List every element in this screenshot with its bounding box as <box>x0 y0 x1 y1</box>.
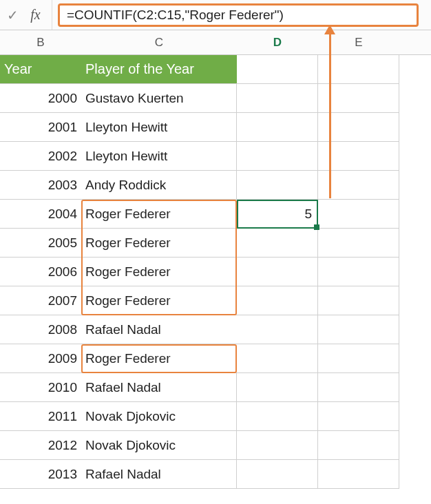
cell-year[interactable]: 2009 <box>0 344 81 373</box>
cell-empty[interactable] <box>318 84 399 113</box>
formula-bar: ✓ fx =COUNTIF(C2:C15,"Roger Federer") <box>0 0 431 30</box>
cell-player[interactable]: Lleyton Hewitt <box>81 142 237 171</box>
cell-empty[interactable] <box>318 113 399 142</box>
table-row: 2008 Rafael Nadal <box>0 315 431 344</box>
table-row: 2009 Roger Federer <box>0 344 431 373</box>
cell-empty[interactable] <box>237 258 318 286</box>
cell-E1[interactable] <box>318 55 399 84</box>
cell-empty[interactable] <box>318 286 399 315</box>
cell-empty[interactable] <box>318 258 399 286</box>
cell-empty[interactable] <box>318 431 399 460</box>
table-row: 2002 Lleyton Hewitt <box>0 142 431 171</box>
cell-empty[interactable] <box>237 229 318 258</box>
table-row: 2001 Lleyton Hewitt <box>0 113 431 142</box>
fx-icon[interactable]: fx <box>19 0 52 30</box>
cell-year[interactable]: 2012 <box>0 431 81 460</box>
cell-empty[interactable] <box>318 171 399 200</box>
cell-empty[interactable] <box>318 142 399 171</box>
cell-empty[interactable] <box>237 286 318 315</box>
cell-empty[interactable] <box>318 373 399 402</box>
cell-player[interactable]: Roger Federer <box>81 229 237 258</box>
table-row: 2000 Gustavo Kuerten <box>0 84 431 113</box>
cell-empty[interactable] <box>237 315 318 344</box>
cell-empty[interactable] <box>318 402 399 431</box>
cell-result[interactable]: 5 <box>237 200 318 229</box>
cell-year[interactable]: 2013 <box>0 460 81 489</box>
cell-year[interactable]: 2008 <box>0 315 81 344</box>
header-year[interactable]: Year <box>0 55 81 84</box>
table-row: 2013 Rafael Nadal <box>0 460 431 489</box>
table-row: 2006 Roger Federer <box>0 258 431 286</box>
cell-player[interactable]: Rafael Nadal <box>81 373 237 402</box>
table-row: 2003 Andy Roddick <box>0 171 431 200</box>
cell-year[interactable]: 2004 <box>0 200 81 229</box>
cell-player[interactable]: Roger Federer <box>81 344 237 373</box>
cell-player[interactable]: Novak Djokovic <box>81 431 237 460</box>
cell-D1[interactable] <box>237 55 318 84</box>
cell-empty[interactable] <box>237 171 318 200</box>
header-player[interactable]: Player of the Year <box>81 55 237 84</box>
table-row: 2004 Roger Federer 5 <box>0 200 431 229</box>
cell-year[interactable]: 2007 <box>0 286 81 315</box>
cell-empty[interactable] <box>237 142 318 171</box>
table-row: 2012 Novak Djokovic <box>0 431 431 460</box>
cell-year[interactable]: 2002 <box>0 142 81 171</box>
cell-player[interactable]: Andy Roddick <box>81 171 237 200</box>
table-header-row: Year Player of the Year <box>0 55 431 84</box>
spreadsheet-grid[interactable]: Year Player of the Year 2000 Gustavo Kue… <box>0 55 431 489</box>
cell-empty[interactable] <box>318 200 399 229</box>
cell-year[interactable]: 2006 <box>0 258 81 286</box>
column-header-D[interactable]: D <box>237 30 318 54</box>
cell-empty[interactable] <box>237 373 318 402</box>
table-row: 2010 Rafael Nadal <box>0 373 431 402</box>
cell-year[interactable]: 2010 <box>0 373 81 402</box>
cell-empty[interactable] <box>237 460 318 489</box>
cell-empty[interactable] <box>318 460 399 489</box>
cell-empty[interactable] <box>237 431 318 460</box>
cell-empty[interactable] <box>237 113 318 142</box>
cell-empty[interactable] <box>237 84 318 113</box>
cell-year[interactable]: 2000 <box>0 84 81 113</box>
cell-player[interactable]: Rafael Nadal <box>81 315 237 344</box>
cell-player[interactable]: Rafael Nadal <box>81 460 237 489</box>
column-header-E[interactable]: E <box>318 30 399 54</box>
table-row: 2011 Novak Djokovic <box>0 402 431 431</box>
column-header-C[interactable]: C <box>81 30 237 54</box>
cell-player[interactable]: Gustavo Kuerten <box>81 84 237 113</box>
cell-player[interactable]: Novak Djokovic <box>81 402 237 431</box>
column-header-B[interactable]: B <box>0 30 81 54</box>
cell-year[interactable]: 2005 <box>0 229 81 258</box>
cell-empty[interactable] <box>318 229 399 258</box>
column-headers: B C D E <box>0 30 431 55</box>
table-row: 2007 Roger Federer <box>0 286 431 315</box>
cell-player[interactable]: Lleyton Hewitt <box>81 113 237 142</box>
cell-year[interactable]: 2001 <box>0 113 81 142</box>
cell-year[interactable]: 2003 <box>0 171 81 200</box>
cell-player[interactable]: Roger Federer <box>81 200 237 229</box>
cell-empty[interactable] <box>237 402 318 431</box>
cell-year[interactable]: 2011 <box>0 402 81 431</box>
cell-empty[interactable] <box>237 344 318 373</box>
table-row: 2005 Roger Federer <box>0 229 431 258</box>
formula-enter-icon[interactable]: ✓ <box>0 7 19 23</box>
cell-empty[interactable] <box>318 344 399 373</box>
cell-player[interactable]: Roger Federer <box>81 286 237 315</box>
cell-player[interactable]: Roger Federer <box>81 258 237 286</box>
formula-input[interactable]: =COUNTIF(C2:C15,"Roger Federer") <box>58 3 419 27</box>
cell-empty[interactable] <box>318 315 399 344</box>
